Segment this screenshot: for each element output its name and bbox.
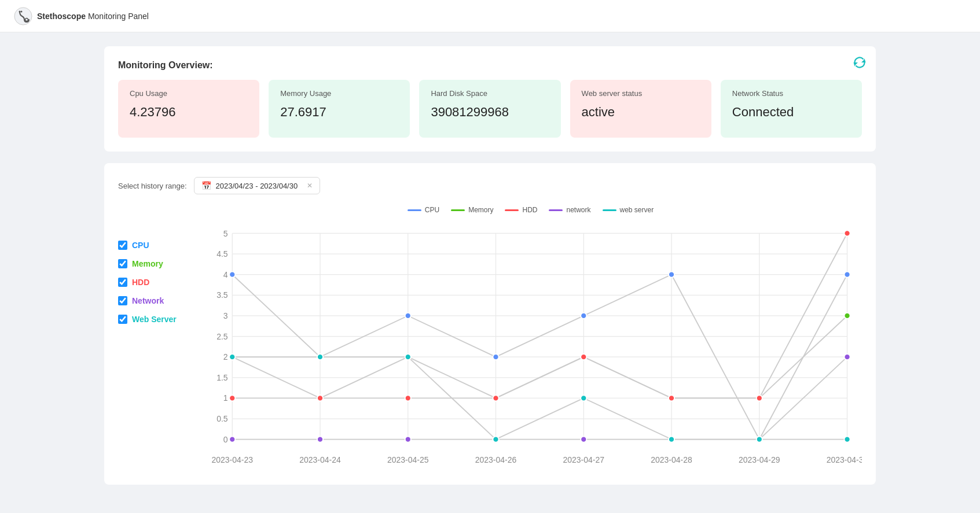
top-legend-item-hdd: HDD xyxy=(505,206,537,214)
svg-point-59 xyxy=(844,313,850,319)
svg-point-66 xyxy=(757,395,762,401)
legend-checkbox-hdd[interactable] xyxy=(118,278,127,287)
svg-point-44 xyxy=(229,272,235,278)
svg-text:3: 3 xyxy=(223,311,228,320)
metric-label-webserver: Web server status xyxy=(582,89,700,98)
top-legend-line-memory xyxy=(451,209,465,211)
legend-checkbox-memory[interactable] xyxy=(118,259,127,268)
svg-text:2023-04-27: 2023-04-27 xyxy=(563,455,605,464)
top-legend-item-cpu: CPU xyxy=(408,206,439,214)
metric-label-hdd: Hard Disk Space xyxy=(431,89,549,98)
svg-point-69 xyxy=(317,437,323,442)
date-picker[interactable]: 📅 2023/04/23 - 2023/04/30 ✕ xyxy=(194,177,321,194)
svg-point-64 xyxy=(581,354,586,360)
metric-card-network: Network Status Connected xyxy=(721,80,862,138)
metric-card-hdd: Hard Disk Space 39081299968 xyxy=(419,80,560,138)
svg-text:2023-04-30: 2023-04-30 xyxy=(827,455,862,464)
refresh-icon xyxy=(853,56,867,69)
header: Stethoscope Monitoring Panel xyxy=(0,0,980,32)
svg-point-78 xyxy=(405,354,411,360)
top-legend-item-network: network xyxy=(549,206,590,214)
metrics-row: Cpu Usage 4.23796 Memory Usage 27.6917 H… xyxy=(118,80,862,138)
svg-point-62 xyxy=(405,395,411,401)
date-range-label: Select history range: xyxy=(118,182,187,190)
svg-point-2 xyxy=(19,10,21,12)
metric-value-network: Connected xyxy=(732,105,850,120)
metric-value-webserver: active xyxy=(582,105,700,120)
metric-value-cpu: 4.23796 xyxy=(130,105,248,120)
svg-point-75 xyxy=(844,354,850,360)
svg-point-82 xyxy=(757,437,762,442)
legend-item-webserver[interactable]: Web Server xyxy=(118,315,199,324)
legend-item-cpu[interactable]: CPU xyxy=(118,241,199,250)
svg-point-47 xyxy=(493,354,498,360)
svg-point-79 xyxy=(493,437,498,442)
top-legend-label-cpu: CPU xyxy=(425,206,439,214)
app-name-bold: Stethoscope xyxy=(37,12,86,21)
svg-point-49 xyxy=(669,272,674,278)
svg-point-3 xyxy=(21,10,23,12)
app-subtitle: Monitoring Panel xyxy=(86,12,149,21)
legend-item-network[interactable]: Network xyxy=(118,296,199,305)
line-chart: 00.511.522.533.544.552023-04-232023-04-2… xyxy=(199,219,862,469)
svg-text:1.5: 1.5 xyxy=(216,373,228,382)
chart-area: CPU Memory HDD Network Web Server CPU Me… xyxy=(118,206,862,471)
svg-text:2023-04-23: 2023-04-23 xyxy=(211,455,253,464)
svg-point-83 xyxy=(844,437,850,442)
svg-point-80 xyxy=(581,395,586,401)
svg-text:5: 5 xyxy=(223,229,228,238)
svg-point-72 xyxy=(581,437,586,442)
app-title: Stethoscope Monitoring Panel xyxy=(37,12,149,21)
date-clear-button[interactable]: ✕ xyxy=(307,182,313,190)
top-legend-item-memory: Memory xyxy=(451,206,493,214)
svg-text:2: 2 xyxy=(223,352,228,361)
metric-value-hdd: 39081299968 xyxy=(431,105,549,120)
legend-label-network: Network xyxy=(132,296,164,305)
svg-text:2.5: 2.5 xyxy=(216,332,228,341)
svg-point-68 xyxy=(229,437,235,442)
metric-label-network: Network Status xyxy=(732,89,850,98)
metric-card-cpu: Cpu Usage 4.23796 xyxy=(118,80,259,138)
top-legend-line-hdd xyxy=(505,209,519,211)
legend-label-cpu: CPU xyxy=(132,241,149,250)
metric-value-memory: 27.6917 xyxy=(280,105,398,120)
svg-point-61 xyxy=(317,395,323,401)
svg-point-81 xyxy=(669,437,674,442)
top-legend-line-cpu xyxy=(408,209,421,211)
date-range-row: Select history range: 📅 2023/04/23 - 202… xyxy=(118,177,862,194)
svg-text:0.5: 0.5 xyxy=(216,414,228,423)
legend-checkbox-network[interactable] xyxy=(118,296,127,305)
legend-item-memory[interactable]: Memory xyxy=(118,259,199,268)
top-legend-label-hdd: HDD xyxy=(522,206,537,214)
svg-point-76 xyxy=(229,354,235,360)
metric-label-cpu: Cpu Usage xyxy=(130,89,248,98)
svg-text:2023-04-25: 2023-04-25 xyxy=(387,455,429,464)
legend-label-webserver: Web Server xyxy=(132,315,177,324)
chart-legend-sidebar: CPU Memory HDD Network Web Server xyxy=(118,206,199,471)
top-legend-line-webserver xyxy=(603,209,616,211)
svg-text:2023-04-28: 2023-04-28 xyxy=(651,455,692,464)
top-legend-label-memory: Memory xyxy=(468,206,493,214)
top-legend-line-network xyxy=(549,209,563,211)
date-range-value: 2023/04/23 - 2023/04/30 xyxy=(216,182,298,190)
legend-checkbox-webserver[interactable] xyxy=(118,315,127,324)
svg-point-60 xyxy=(229,395,235,401)
svg-text:4: 4 xyxy=(223,270,228,279)
metric-card-memory: Memory Usage 27.6917 xyxy=(269,80,410,138)
legend-item-hdd[interactable]: HDD xyxy=(118,278,199,287)
svg-text:4.5: 4.5 xyxy=(216,249,228,259)
top-legend-label-webserver: web server xyxy=(620,206,654,214)
legend-checkbox-cpu[interactable] xyxy=(118,241,127,250)
svg-point-46 xyxy=(405,313,411,319)
svg-text:1: 1 xyxy=(223,394,228,403)
logo-area: Stethoscope Monitoring Panel xyxy=(14,7,149,25)
stethoscope-icon xyxy=(14,7,32,25)
legend-label-hdd: HDD xyxy=(132,278,149,287)
refresh-button[interactable] xyxy=(853,56,867,73)
chart-top-legend: CPU Memory HDD network web server xyxy=(199,206,862,214)
svg-text:2023-04-24: 2023-04-24 xyxy=(299,455,341,464)
svg-text:2023-04-26: 2023-04-26 xyxy=(475,455,517,464)
svg-point-67 xyxy=(844,230,850,236)
svg-point-51 xyxy=(844,272,850,278)
svg-point-70 xyxy=(405,437,411,442)
